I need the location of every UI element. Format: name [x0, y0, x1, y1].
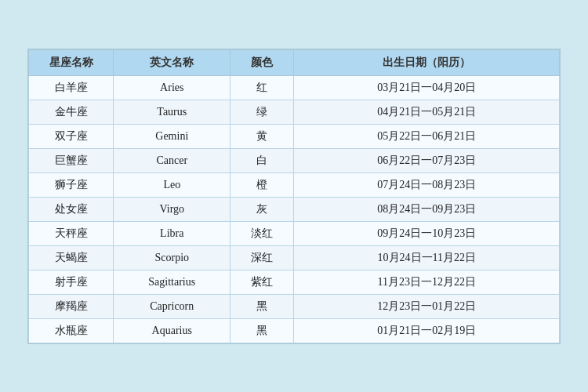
table-row: 金牛座Taurus绿04月21日一05月21日: [29, 100, 560, 124]
cell-color: 淡红: [230, 221, 294, 245]
cell-color: 黑: [230, 318, 294, 343]
header-english: 英文名称: [114, 49, 230, 75]
cell-date: 04月21日一05月21日: [294, 100, 560, 124]
cell-date: 12月23日一01月22日: [294, 294, 560, 318]
cell-english: Gemini: [114, 124, 230, 148]
cell-color: 红: [230, 75, 294, 100]
cell-date: 11月23日一12月22日: [294, 270, 560, 294]
cell-english: Aries: [114, 75, 230, 100]
table-row: 巨蟹座Cancer白06月22日一07月23日: [29, 148, 560, 172]
cell-chinese: 天秤座: [29, 221, 114, 245]
cell-english: Scorpio: [114, 245, 230, 270]
cell-color: 绿: [230, 100, 294, 124]
cell-english: Leo: [114, 172, 230, 197]
table-row: 白羊座Aries红03月21日一04月20日: [29, 75, 560, 100]
cell-english: Cancer: [114, 148, 230, 172]
cell-english: Libra: [114, 221, 230, 245]
cell-color: 深红: [230, 245, 294, 270]
cell-chinese: 水瓶座: [29, 318, 114, 343]
cell-english: Taurus: [114, 100, 230, 124]
table-row: 处女座Virgo灰08月24日一09月23日: [29, 197, 560, 221]
table-row: 狮子座Leo橙07月24日一08月23日: [29, 172, 560, 197]
cell-chinese: 狮子座: [29, 172, 114, 197]
table-row: 天蝎座Scorpio深红10月24日一11月22日: [29, 245, 560, 270]
cell-date: 03月21日一04月20日: [294, 75, 560, 100]
cell-color: 紫红: [230, 270, 294, 294]
table-row: 射手座Sagittarius紫红11月23日一12月22日: [29, 270, 560, 294]
cell-date: 08月24日一09月23日: [294, 197, 560, 221]
table-row: 水瓶座Aquarius黑01月21日一02月19日: [29, 318, 560, 343]
cell-chinese: 处女座: [29, 197, 114, 221]
cell-color: 白: [230, 148, 294, 172]
table-header-row: 星座名称 英文名称 颜色 出生日期（阳历）: [29, 49, 560, 75]
cell-color: 黄: [230, 124, 294, 148]
cell-english: Capricorn: [114, 294, 230, 318]
cell-chinese: 巨蟹座: [29, 148, 114, 172]
zodiac-table: 星座名称 英文名称 颜色 出生日期（阳历） 白羊座Aries红03月21日一04…: [28, 49, 560, 343]
zodiac-table-container: 星座名称 英文名称 颜色 出生日期（阳历） 白羊座Aries红03月21日一04…: [27, 49, 561, 344]
cell-color: 灰: [230, 197, 294, 221]
table-row: 双子座Gemini黄05月22日一06月21日: [29, 124, 560, 148]
cell-color: 黑: [230, 294, 294, 318]
cell-chinese: 射手座: [29, 270, 114, 294]
table-row: 天秤座Libra淡红09月24日一10月23日: [29, 221, 560, 245]
header-color: 颜色: [230, 49, 294, 75]
table-row: 摩羯座Capricorn黑12月23日一01月22日: [29, 294, 560, 318]
cell-chinese: 金牛座: [29, 100, 114, 124]
cell-date: 06月22日一07月23日: [294, 148, 560, 172]
cell-date: 07月24日一08月23日: [294, 172, 560, 197]
cell-chinese: 天蝎座: [29, 245, 114, 270]
cell-chinese: 白羊座: [29, 75, 114, 100]
cell-chinese: 摩羯座: [29, 294, 114, 318]
cell-chinese: 双子座: [29, 124, 114, 148]
cell-date: 10月24日一11月22日: [294, 245, 560, 270]
cell-date: 09月24日一10月23日: [294, 221, 560, 245]
cell-date: 05月22日一06月21日: [294, 124, 560, 148]
cell-english: Virgo: [114, 197, 230, 221]
cell-english: Sagittarius: [114, 270, 230, 294]
cell-color: 橙: [230, 172, 294, 197]
cell-date: 01月21日一02月19日: [294, 318, 560, 343]
header-chinese: 星座名称: [29, 49, 114, 75]
cell-english: Aquarius: [114, 318, 230, 343]
header-date: 出生日期（阳历）: [294, 49, 560, 75]
table-body: 白羊座Aries红03月21日一04月20日金牛座Taurus绿04月21日一0…: [29, 75, 560, 343]
